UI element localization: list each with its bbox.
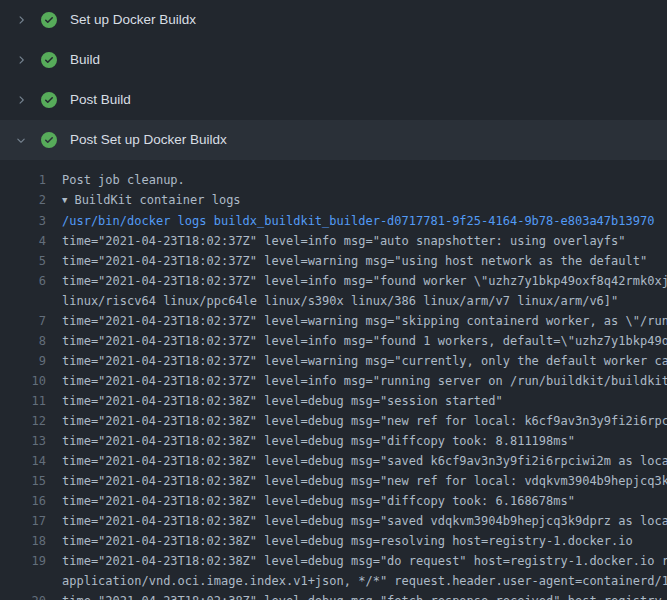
log-line: 15 time="2021-04-23T18:02:38Z" level=deb… — [0, 471, 667, 491]
chevron-right-icon — [14, 13, 28, 27]
log-line-number[interactable]: 19 — [0, 551, 46, 571]
log-line-text: time="2021-04-23T18:02:37Z" level=info m… — [46, 271, 667, 291]
section-title: Post Set up Docker Buildx — [70, 133, 227, 147]
log-line-text: Post job cleanup. — [46, 170, 667, 190]
log-section-header-build[interactable]: Build — [0, 40, 667, 80]
log-line: 20 time="2021-04-23T18:02:38Z" level=deb… — [0, 591, 667, 600]
log-line: linux/riscv64 linux/ppc64le linux/s390x … — [0, 291, 667, 311]
log-line-text: time="2021-04-23T18:02:38Z" level=debug … — [46, 551, 667, 571]
log-line-number[interactable]: 12 — [0, 411, 46, 431]
section-title: Build — [70, 53, 100, 67]
log-line: 18 time="2021-04-23T18:02:38Z" level=deb… — [0, 531, 667, 551]
log-line-text: time="2021-04-23T18:02:38Z" level=debug … — [46, 431, 667, 451]
log-line: 16 time="2021-04-23T18:02:38Z" level=deb… — [0, 491, 667, 511]
log-output: 1 Post job cleanup. 2 ▼BuildKit containe… — [0, 160, 667, 600]
log-line-text: linux/riscv64 linux/ppc64le linux/s390x … — [46, 291, 667, 311]
log-line-text: time="2021-04-23T18:02:37Z" level=warnin… — [46, 311, 667, 331]
chevron-right-icon — [14, 53, 28, 67]
log-line-text: time="2021-04-23T18:02:38Z" level=debug … — [46, 451, 667, 471]
log-line-text: time="2021-04-23T18:02:37Z" level=warnin… — [46, 251, 667, 271]
log-section-header-post-set-up-docker-buildx[interactable]: Post Set up Docker Buildx — [0, 120, 667, 160]
log-line-text: application/vnd.oci.image.index.v1+json,… — [46, 571, 667, 591]
check-circle-icon — [41, 92, 57, 108]
log-line-number[interactable]: 16 — [0, 491, 46, 511]
log-line: 4 time="2021-04-23T18:02:37Z" level=info… — [0, 231, 667, 251]
log-line-number[interactable]: 20 — [0, 591, 46, 600]
log-line-number[interactable]: 13 — [0, 431, 46, 451]
log-line: 2 ▼BuildKit container logs — [0, 190, 667, 211]
log-line-text: time="2021-04-23T18:02:38Z" level=debug … — [46, 591, 667, 600]
log-line: 12 time="2021-04-23T18:02:38Z" level=deb… — [0, 411, 667, 431]
log-line-number[interactable]: 7 — [0, 311, 46, 331]
log-line-number[interactable]: 15 — [0, 471, 46, 491]
log-line-text: time="2021-04-23T18:02:38Z" level=debug … — [46, 471, 667, 491]
log-line-number[interactable]: 11 — [0, 391, 46, 411]
log-line: 6 time="2021-04-23T18:02:37Z" level=info… — [0, 271, 667, 291]
log-line: 11 time="2021-04-23T18:02:38Z" level=deb… — [0, 391, 667, 411]
log-line: 7 time="2021-04-23T18:02:37Z" level=warn… — [0, 311, 667, 331]
log-line-number[interactable]: 2 — [0, 190, 46, 211]
log-line: 10 time="2021-04-23T18:02:37Z" level=inf… — [0, 371, 667, 391]
group-toggle-icon[interactable]: ▼ — [62, 190, 67, 210]
log-line: 19 time="2021-04-23T18:02:38Z" level=deb… — [0, 551, 667, 571]
log-line: 8 time="2021-04-23T18:02:37Z" level=info… — [0, 331, 667, 351]
log-line-number[interactable]: 3 — [0, 211, 46, 231]
section-title: Post Build — [70, 93, 131, 107]
log-line-number[interactable]: 5 — [0, 251, 46, 271]
chevron-right-icon — [14, 93, 28, 107]
log-line: 17 time="2021-04-23T18:02:38Z" level=deb… — [0, 511, 667, 531]
log-line-number[interactable]: 9 — [0, 351, 46, 371]
check-circle-icon — [41, 12, 57, 28]
log-section-header-set-up-docker-buildx[interactable]: Set up Docker Buildx — [0, 0, 667, 40]
log-line-text: time="2021-04-23T18:02:38Z" level=debug … — [46, 531, 667, 551]
log-line: 3 /usr/bin/docker logs buildx_buildkit_b… — [0, 211, 667, 231]
log-line: application/vnd.oci.image.index.v1+json,… — [0, 571, 667, 591]
log-line-number[interactable]: 17 — [0, 511, 46, 531]
log-line-number[interactable]: 1 — [0, 170, 46, 190]
log-line: 14 time="2021-04-23T18:02:38Z" level=deb… — [0, 451, 667, 471]
log-line-number[interactable]: 8 — [0, 331, 46, 351]
workflow-log-viewer: Set up Docker Buildx Build Post Build Po… — [0, 0, 667, 600]
log-line-text: time="2021-04-23T18:02:37Z" level=info m… — [46, 231, 667, 251]
log-line-number — [0, 291, 46, 311]
log-line: 9 time="2021-04-23T18:02:37Z" level=warn… — [0, 351, 667, 371]
log-section-header-post-build[interactable]: Post Build — [0, 80, 667, 120]
log-line-text: time="2021-04-23T18:02:38Z" level=debug … — [46, 411, 667, 431]
log-line-text: /usr/bin/docker logs buildx_buildkit_bui… — [46, 211, 667, 231]
log-line-number[interactable]: 4 — [0, 231, 46, 251]
section-title: Set up Docker Buildx — [70, 13, 196, 27]
log-line-number[interactable]: 14 — [0, 451, 46, 471]
log-line-number[interactable]: 18 — [0, 531, 46, 551]
log-line-text: time="2021-04-23T18:02:38Z" level=debug … — [46, 491, 667, 511]
log-line: 5 time="2021-04-23T18:02:37Z" level=warn… — [0, 251, 667, 271]
log-line: 13 time="2021-04-23T18:02:38Z" level=deb… — [0, 431, 667, 451]
log-line-text: time="2021-04-23T18:02:37Z" level=warnin… — [46, 351, 667, 371]
log-line-number — [0, 571, 46, 591]
log-line-text: time="2021-04-23T18:02:37Z" level=info m… — [46, 331, 667, 351]
log-line-text: ▼BuildKit container logs — [46, 190, 667, 211]
log-line-text: time="2021-04-23T18:02:37Z" level=info m… — [46, 371, 667, 391]
check-circle-icon — [41, 132, 57, 148]
log-line-text: time="2021-04-23T18:02:38Z" level=debug … — [46, 511, 667, 531]
log-line: 1 Post job cleanup. — [0, 170, 667, 190]
log-line-text: time="2021-04-23T18:02:38Z" level=debug … — [46, 391, 667, 411]
log-line-number[interactable]: 6 — [0, 271, 46, 291]
check-circle-icon — [41, 52, 57, 68]
log-line-number[interactable]: 10 — [0, 371, 46, 391]
chevron-right-icon — [14, 133, 28, 147]
